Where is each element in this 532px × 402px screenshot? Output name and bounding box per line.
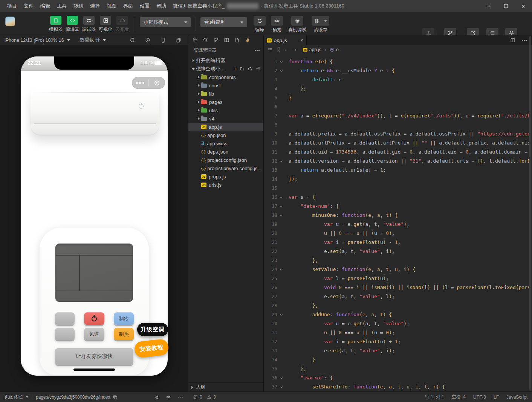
menu-item-2[interactable]: 编辑	[37, 0, 54, 12]
hand-tool-icon[interactable]	[245, 37, 251, 43]
remote-blank-button-1[interactable]	[55, 312, 75, 325]
menu-item-8[interactable]: 设置	[136, 0, 153, 12]
fold-chevron-icon[interactable]	[279, 60, 283, 64]
share-button[interactable]: 让群友凉快凉快	[55, 348, 133, 365]
tree-folder-components[interactable]: components	[188, 73, 263, 81]
debug-icon[interactable]	[154, 394, 159, 400]
tree-file-app.json[interactable]: {..}app.json	[188, 131, 263, 139]
menu-item-4[interactable]: 转到	[70, 0, 87, 12]
fold-chevron-icon[interactable]	[279, 385, 283, 389]
fold-chevron-icon[interactable]	[279, 268, 283, 272]
indent-setting[interactable]: 空格: 4	[452, 394, 466, 400]
action-eye-button[interactable]: 预览	[271, 16, 283, 33]
action-refresh-button[interactable]: 编译	[254, 16, 266, 33]
code-editor[interactable]: 1 function e(e) { 2 return e && e.__esMo…	[264, 54, 529, 391]
avatar[interactable]	[5, 17, 15, 26]
new-file-icon[interactable]: +	[234, 66, 237, 72]
maximize-button[interactable]	[497, 0, 515, 12]
action-bug-button[interactable]: 真机调试	[288, 16, 306, 33]
problems-indicator[interactable]: 0 0	[188, 394, 219, 400]
tree-file-project.private.config.js...[interactable]: {..}project.private.config.js...	[188, 164, 263, 172]
files-icon[interactable]	[192, 37, 198, 43]
tree-folder-lib[interactable]: lib	[188, 90, 263, 98]
page-path-select[interactable]: 页面路径	[5, 394, 29, 400]
navigate-back-icon[interactable]: ←	[285, 47, 289, 53]
close-tab-icon[interactable]: ×	[300, 37, 303, 43]
toolbar-cloud-button[interactable]: 云开发	[115, 16, 129, 33]
toolbar-phone-button[interactable]: 模拟器	[49, 16, 63, 33]
fan-speed-button[interactable]: 风速	[84, 328, 104, 340]
heat-button[interactable]: 制热	[114, 328, 134, 340]
section-project[interactable]: 便携空调小... +	[188, 65, 263, 73]
eol-setting[interactable]: LF	[494, 394, 499, 400]
close-button[interactable]: ×	[515, 0, 532, 12]
fold-chevron-icon[interactable]	[279, 195, 283, 199]
language-mode[interactable]: JavaScript	[506, 394, 527, 400]
tree-file-project.config.json[interactable]: {..}project.config.json	[188, 156, 263, 164]
tree-file-deps.json[interactable]: {..}deps.json	[188, 148, 263, 156]
tree-folder-pages[interactable]: pages	[188, 98, 263, 106]
source-control-icon[interactable]	[213, 37, 219, 43]
action-layers-button[interactable]: 清缓存	[312, 16, 329, 33]
hot-reload-toggle[interactable]: 热重载 开	[80, 37, 106, 43]
mini-program-menu-capsule[interactable]	[132, 77, 165, 89]
more-icon[interactable]	[177, 394, 183, 400]
mode-select[interactable]: 小程序模式	[140, 17, 191, 27]
fold-chevron-icon[interactable]	[279, 204, 283, 209]
tree-folder-utils[interactable]: utils	[188, 106, 263, 114]
tree-folder-const[interactable]: const	[188, 81, 263, 90]
editor-scrollbar[interactable]	[529, 36, 531, 391]
file-icon[interactable]	[234, 37, 240, 43]
fold-chevron-icon[interactable]	[279, 313, 283, 317]
tree-file-app.js[interactable]: JSapp.js	[188, 123, 263, 131]
menu-item-0[interactable]: 项目	[4, 0, 20, 12]
menu-item-6[interactable]: 视图	[103, 0, 120, 12]
fold-chevron-icon[interactable]	[279, 69, 283, 73]
editor-more-icon[interactable]	[521, 38, 527, 43]
cursor-position[interactable]: 行 1, 列 1	[425, 394, 444, 400]
breadcrumb-symbol[interactable]: e	[330, 47, 339, 52]
breadcrumb-file[interactable]: JS app.js	[303, 47, 321, 52]
menu-item-3[interactable]: 工具	[54, 0, 70, 12]
device-select[interactable]: iPhone 12/13 (Pro) 100% 16	[5, 38, 70, 43]
power-button[interactable]	[84, 312, 104, 325]
cool-button[interactable]: 制冷	[114, 312, 134, 325]
section-open-editors[interactable]: 打开的编辑器	[188, 56, 263, 65]
fold-chevron-icon[interactable]	[279, 213, 283, 218]
navigate-forward-icon[interactable]: →	[292, 47, 297, 53]
device-frame-icon[interactable]	[161, 38, 166, 43]
bookmark-icon[interactable]	[276, 47, 281, 52]
stop-icon[interactable]	[145, 38, 150, 43]
minimize-button[interactable]	[480, 0, 497, 12]
menu-item-7[interactable]: 界面	[120, 0, 136, 12]
toolbar-code-button[interactable]: 编辑器	[66, 16, 79, 33]
toolbar-debug-button[interactable]: 调试器	[82, 16, 96, 33]
search-icon[interactable]	[203, 37, 208, 43]
tree-file-props.js[interactable]: JSprops.js	[188, 172, 263, 181]
preview-icon[interactable]	[166, 394, 171, 400]
tree-folder-v4[interactable]: v4	[188, 114, 263, 123]
copy-path-button[interactable]	[113, 394, 118, 399]
tree-file-urls.js[interactable]: JSurls.js	[188, 181, 263, 189]
fold-chevron-icon[interactable]	[279, 159, 283, 163]
rotate-device-icon[interactable]	[130, 38, 135, 43]
detach-window-icon[interactable]	[176, 38, 181, 43]
more-icon[interactable]	[132, 82, 148, 84]
outline-list-icon[interactable]	[268, 47, 273, 52]
tab-appjs[interactable]: JS app.js ×	[264, 35, 307, 45]
upgrade-ac-badge[interactable]: 升级空调	[137, 323, 168, 336]
menu-item-5[interactable]: 选择	[87, 0, 103, 12]
exit-icon[interactable]	[149, 81, 165, 85]
fold-chevron-icon[interactable]	[279, 376, 283, 380]
toolbar-layout-button[interactable]: 可视化	[99, 16, 112, 33]
outline-section[interactable]: 大纲	[188, 382, 263, 391]
encoding[interactable]: UTF-8	[473, 394, 486, 400]
more-actions-icon[interactable]	[254, 47, 260, 53]
tree-file-app.wxss[interactable]: Ǝapp.wxss	[188, 139, 263, 148]
compile-mode-select[interactable]: 普通编译	[200, 17, 247, 27]
remote-blank-button-2[interactable]	[55, 328, 75, 340]
menu-item-1[interactable]: 文件	[20, 0, 37, 12]
split-view-icon[interactable]	[224, 37, 229, 43]
split-editor-icon[interactable]	[510, 38, 515, 43]
menu-item-9[interactable]: 帮助	[153, 0, 170, 12]
